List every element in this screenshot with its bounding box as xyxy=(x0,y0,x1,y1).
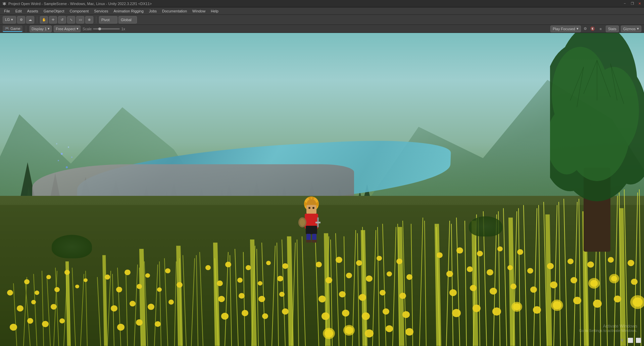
title-bar: Project Open Wolrd - SampleScene - Windo… xyxy=(0,0,644,7)
move-tool[interactable]: ✛ xyxy=(49,16,57,24)
game-toolbar: 🎮 Game Display 1 ▾ Free Aspect ▾ Scale 1… xyxy=(0,25,644,33)
rotate-tool[interactable]: ↺ xyxy=(58,16,66,24)
restore-button[interactable]: ❐ xyxy=(630,1,635,6)
svg-rect-286 xyxy=(306,205,316,214)
transform-tool[interactable]: ⊕ xyxy=(85,16,93,24)
game-viewport: Activate Windows Go to Settings to activ… xyxy=(0,33,644,346)
scale-slider[interactable] xyxy=(93,28,120,30)
status-bar-bottom: ⛛ ⬜ ⬜ xyxy=(619,337,641,343)
gizmos-button[interactable]: Gizmos ▾ xyxy=(621,26,641,32)
close-button[interactable]: ✕ xyxy=(637,1,642,6)
svg-point-288 xyxy=(312,207,314,209)
game-tab-icon: 🎮 xyxy=(5,26,9,31)
separator-2 xyxy=(96,16,96,23)
settings-button[interactable]: ⚙ xyxy=(17,16,25,24)
hand-tool[interactable]: ✋ xyxy=(40,16,48,24)
display1-chevron: ▾ xyxy=(48,27,50,31)
menu-documentation[interactable]: Documentation xyxy=(159,8,190,14)
menu-edit[interactable]: Edit xyxy=(13,8,24,14)
display1-label: Display 1 xyxy=(32,27,47,31)
gt-separator-1 xyxy=(26,26,26,32)
stats-list-icon[interactable]: ≡ xyxy=(598,26,604,32)
right-tree-container xyxy=(550,33,644,252)
svg-rect-294 xyxy=(315,222,320,223)
game-right-controls: Play Focused ▾ ⚙ 🔇 ≡ Stats Gizmos ▾ xyxy=(550,26,641,32)
cloud-button[interactable]: ☁ xyxy=(26,16,34,24)
menu-help[interactable]: Help xyxy=(208,8,221,14)
scale-value: 1x xyxy=(121,27,125,31)
menu-component[interactable]: Component xyxy=(67,8,91,14)
pivot-global-section: Pivot Global xyxy=(99,16,137,24)
rect-tool[interactable]: ▭ xyxy=(76,16,84,24)
svg-point-292 xyxy=(300,219,305,226)
svg-rect-290 xyxy=(306,226,317,234)
menu-jobs[interactable]: Jobs xyxy=(146,8,159,14)
menu-animation-rigging[interactable]: Animation Rigging xyxy=(111,8,146,14)
left-toolbar-section: LG ▾ ⚙ ☁ xyxy=(3,16,34,24)
svg-point-265 xyxy=(589,67,639,154)
lg-dropdown[interactable]: LG ▾ xyxy=(3,16,16,24)
scale-tool[interactable]: ⤡ xyxy=(67,16,75,24)
play-focused-button[interactable]: Play Focused ▾ xyxy=(550,26,581,32)
free-aspect-dropdown[interactable]: Free Aspect ▾ xyxy=(54,26,81,32)
gizmos-label: Gizmos xyxy=(623,27,636,31)
stats-label: Stats xyxy=(608,27,616,31)
transform-tools: ✋ ✛ ↺ ⤡ ▭ ⊕ xyxy=(40,16,93,24)
status-icon-3[interactable]: ⬜ xyxy=(635,337,641,343)
separator-1 xyxy=(37,16,37,23)
scale-label: Scale xyxy=(83,27,92,31)
menu-assets[interactable]: Assets xyxy=(24,8,41,14)
play-focused-chevron: ▾ xyxy=(577,27,579,31)
menu-bar: File Edit Assets GameObject Component Se… xyxy=(0,7,644,15)
scale-thumb xyxy=(98,28,101,30)
title-text: Project Open Wolrd - SampleScene - Windo… xyxy=(8,2,623,6)
character-svg xyxy=(296,196,327,243)
svg-rect-297 xyxy=(306,240,311,243)
global-dropdown[interactable]: Global xyxy=(118,16,137,24)
svg-rect-298 xyxy=(312,240,317,243)
bush-right xyxy=(469,216,502,236)
mute-icon[interactable]: 🔇 xyxy=(590,26,596,32)
right-tree-svg xyxy=(550,33,644,252)
free-aspect-label: Free Aspect xyxy=(56,27,76,31)
bush-left xyxy=(52,235,92,258)
game-tab[interactable]: 🎮 Game xyxy=(3,26,22,32)
scale-container: Scale 1x xyxy=(83,27,125,31)
gizmos-chevron: ▾ xyxy=(637,27,639,31)
play-focused-label: Play Focused xyxy=(553,27,575,31)
player-character xyxy=(296,196,327,243)
window-controls: − ❐ ✕ xyxy=(623,1,642,6)
pivot-dropdown[interactable]: Pivot xyxy=(99,16,117,24)
minimize-button[interactable]: − xyxy=(623,1,627,6)
unity-icon xyxy=(2,1,7,6)
toolbar: LG ▾ ⚙ ☁ ✋ ✛ ↺ ⤡ ▭ ⊕ Pivot Global ▶ ⏸ ⏭ … xyxy=(0,15,644,25)
svg-point-287 xyxy=(308,207,310,209)
menu-gameobject[interactable]: GameObject xyxy=(41,8,67,14)
stats-button[interactable]: Stats xyxy=(606,26,619,32)
display1-dropdown[interactable]: Display 1 ▾ xyxy=(30,26,52,32)
free-aspect-chevron: ▾ xyxy=(77,27,79,31)
status-icon-2[interactable]: ⬜ xyxy=(627,337,633,343)
menu-services[interactable]: Services xyxy=(91,8,111,14)
status-icon-1[interactable]: ⛛ xyxy=(619,337,625,343)
game-tab-label: Game xyxy=(10,27,20,31)
menu-file[interactable]: File xyxy=(1,8,13,14)
viewport-settings-icon[interactable]: ⚙ xyxy=(583,27,588,31)
menu-window[interactable]: Window xyxy=(190,8,208,14)
